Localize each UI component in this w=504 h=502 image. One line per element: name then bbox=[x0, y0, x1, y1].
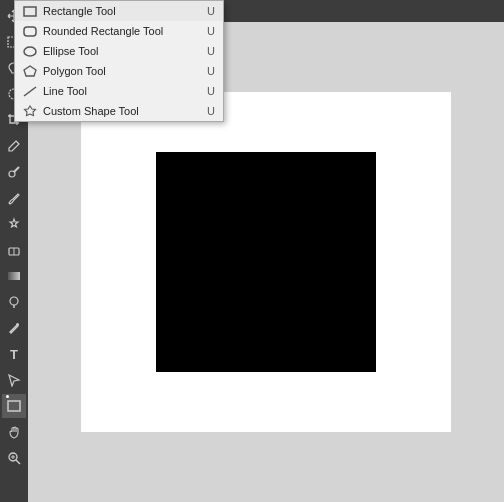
menu-item-ellipse[interactable]: Ellipse Tool U bbox=[15, 41, 223, 61]
svg-rect-17 bbox=[24, 27, 36, 36]
svg-point-8 bbox=[10, 297, 18, 305]
custom-shape-tool-shortcut: U bbox=[207, 105, 215, 117]
custom-shape-tool-label: Custom Shape Tool bbox=[43, 105, 199, 117]
menu-item-rounded-rectangle[interactable]: Rounded Rectangle Tool U bbox=[15, 21, 223, 41]
svg-marker-19 bbox=[24, 66, 36, 76]
svg-line-4 bbox=[14, 167, 19, 172]
rounded-rectangle-tool-label: Rounded Rectangle Tool bbox=[43, 25, 199, 37]
tool-type[interactable]: T bbox=[2, 342, 26, 366]
svg-point-18 bbox=[24, 47, 36, 56]
tool-shape[interactable] bbox=[2, 394, 26, 418]
menu-item-rectangle[interactable]: Rectangle Tool U bbox=[15, 1, 223, 21]
rounded-rectangle-tool-shortcut: U bbox=[207, 25, 215, 37]
svg-rect-11 bbox=[8, 401, 20, 411]
tool-path-selection[interactable] bbox=[2, 368, 26, 392]
tool-gradient[interactable] bbox=[2, 264, 26, 288]
line-tool-icon bbox=[21, 82, 39, 100]
tool-dodge[interactable] bbox=[2, 290, 26, 314]
rectangle-tool-icon bbox=[21, 2, 39, 20]
svg-rect-7 bbox=[8, 272, 20, 280]
svg-rect-16 bbox=[24, 7, 36, 16]
ellipse-tool-icon bbox=[21, 42, 39, 60]
ellipse-tool-shortcut: U bbox=[207, 45, 215, 57]
tool-eraser[interactable] bbox=[2, 238, 26, 262]
svg-line-13 bbox=[16, 460, 20, 464]
rectangle-tool-shortcut: U bbox=[207, 5, 215, 17]
menu-item-polygon[interactable]: Polygon Tool U bbox=[15, 61, 223, 81]
shape-rectangle bbox=[156, 152, 376, 372]
svg-line-20 bbox=[24, 87, 36, 96]
tool-brush[interactable] bbox=[2, 186, 26, 210]
rounded-rectangle-tool-icon bbox=[21, 22, 39, 40]
tool-hand[interactable] bbox=[2, 420, 26, 444]
ellipse-tool-label: Ellipse Tool bbox=[43, 45, 199, 57]
menu-item-line[interactable]: Line Tool U bbox=[15, 81, 223, 101]
tool-clone[interactable] bbox=[2, 212, 26, 236]
menu-item-custom-shape[interactable]: Custom Shape Tool U bbox=[15, 101, 223, 121]
shape-tools-dropdown: Rectangle Tool U Rounded Rectangle Tool … bbox=[14, 0, 224, 122]
polygon-tool-label: Polygon Tool bbox=[43, 65, 199, 77]
rectangle-tool-label: Rectangle Tool bbox=[43, 5, 199, 17]
svg-point-10 bbox=[16, 323, 19, 326]
polygon-tool-shortcut: U bbox=[207, 65, 215, 77]
tool-zoom[interactable] bbox=[2, 446, 26, 470]
tool-eyedropper[interactable] bbox=[2, 134, 26, 158]
tool-pen[interactable] bbox=[2, 316, 26, 340]
custom-shape-tool-icon bbox=[21, 102, 39, 120]
line-tool-shortcut: U bbox=[207, 85, 215, 97]
tool-healing[interactable] bbox=[2, 160, 26, 184]
canvas-document bbox=[81, 92, 451, 432]
polygon-tool-icon bbox=[21, 62, 39, 80]
line-tool-label: Line Tool bbox=[43, 85, 199, 97]
